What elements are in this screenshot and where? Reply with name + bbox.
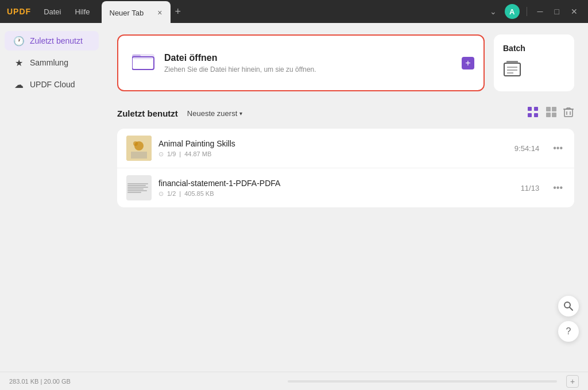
file-info: financial-statement-1-PDFA-PDFA ⊙ 1/2 | … xyxy=(158,179,521,198)
top-cards: Datei öffnen Ziehen Sie die Datei hier h… xyxy=(117,34,574,91)
folder-icon xyxy=(132,50,155,76)
sort-label: Neueste zuerst xyxy=(187,109,237,118)
help-float-button[interactable]: ? xyxy=(558,321,579,342)
svg-rect-16 xyxy=(564,109,572,117)
help-icon: ? xyxy=(566,326,571,337)
recent-title: Zuletzt benutzt xyxy=(117,109,178,118)
svg-point-25 xyxy=(133,141,138,146)
list-view-button[interactable] xyxy=(544,105,558,122)
sidebar-item-collection[interactable]: ★ Sammlung xyxy=(5,53,99,72)
close-button[interactable]: ✕ xyxy=(567,6,581,17)
file-pages: 1/9 xyxy=(167,150,176,157)
minimize-button[interactable]: ─ xyxy=(534,6,547,17)
dropdown-arrow[interactable]: ⌄ xyxy=(486,6,500,17)
file-thumbnail xyxy=(126,175,152,200)
menu-bar: Datei Hilfe xyxy=(38,5,95,18)
svg-rect-12 xyxy=(546,107,551,111)
file-item[interactable]: Animal Painting Skills ⊙ 1/9 | 44.87 MB … xyxy=(117,129,574,168)
tab-neuer[interactable]: Neuer Tab × xyxy=(102,1,171,24)
file-time: 11/13 xyxy=(521,184,540,192)
avatar[interactable]: A xyxy=(505,4,520,19)
app-logo: UPDF xyxy=(0,7,38,16)
star-icon: ★ xyxy=(14,57,24,68)
content-area: Datei öffnen Ziehen Sie die Datei hier h… xyxy=(103,23,588,372)
file-thumbnail xyxy=(126,136,152,161)
file-name: financial-statement-1-PDFA-PDFA xyxy=(158,179,521,188)
svg-rect-9 xyxy=(534,107,538,111)
svg-rect-14 xyxy=(546,113,551,117)
sidebar-item-cloud[interactable]: ☁ UPDF Cloud xyxy=(5,75,99,94)
file-time: 9:54:14 xyxy=(514,144,539,153)
file-more-button[interactable]: ••• xyxy=(551,180,565,195)
recent-section: Zuletzt benutzt Neueste zuerst ▾ xyxy=(117,105,574,207)
maximize-button[interactable]: □ xyxy=(551,6,563,17)
delete-button[interactable] xyxy=(563,106,574,121)
open-file-text: Datei öffnen Ziehen Sie die Datei hier h… xyxy=(164,53,316,74)
storage-text: 283.01 KB | 20.00 GB xyxy=(9,378,278,385)
file-size: 405.85 KB xyxy=(184,190,214,197)
add-button[interactable]: + xyxy=(566,375,579,388)
file-more-button[interactable]: ••• xyxy=(551,141,565,156)
svg-rect-8 xyxy=(528,107,532,111)
main-layout: 🕐 Zuletzt benutzt ★ Sammlung ☁ UPDF Clou… xyxy=(0,23,588,372)
cloud-icon: ☁ xyxy=(14,79,24,90)
recent-header: Zuletzt benutzt Neueste zuerst ▾ xyxy=(117,105,574,122)
separator xyxy=(527,7,527,16)
file-name: Animal Painting Skills xyxy=(158,139,514,148)
clock-icon: 🕐 xyxy=(14,36,24,46)
view-buttons xyxy=(526,105,574,122)
file-info: Animal Painting Skills ⊙ 1/9 | 44.87 MB xyxy=(158,139,514,158)
tab-add-button[interactable]: + xyxy=(171,0,186,23)
svg-rect-11 xyxy=(534,113,538,117)
batch-card[interactable]: Batch xyxy=(494,34,574,91)
sort-button[interactable]: Neueste zuerst ▾ xyxy=(187,109,242,118)
sidebar-label-recent: Zuletzt benutzt xyxy=(30,36,83,45)
progress-bar xyxy=(288,380,557,383)
svg-rect-15 xyxy=(552,113,556,117)
open-file-card[interactable]: Datei öffnen Ziehen Sie die Datei hier h… xyxy=(117,34,485,91)
search-float-button[interactable] xyxy=(558,296,579,316)
menu-hilfe[interactable]: Hilfe xyxy=(69,5,95,18)
file-item[interactable]: financial-statement-1-PDFA-PDFA ⊙ 1/2 | … xyxy=(117,168,574,207)
svg-rect-10 xyxy=(528,113,532,117)
svg-rect-26 xyxy=(131,152,147,159)
sidebar-label-cloud: UPDF Cloud xyxy=(30,80,75,89)
file-pages: 1/2 xyxy=(167,190,176,197)
tab-bar: Neuer Tab × + xyxy=(102,0,186,23)
svg-rect-3 xyxy=(504,63,520,76)
page-icon: ⊙ xyxy=(158,190,164,198)
float-buttons: ? xyxy=(558,296,579,342)
svg-line-28 xyxy=(570,307,572,310)
menu-datei[interactable]: Datei xyxy=(38,5,67,18)
titlebar-right: ⌄ A ─ □ ✕ xyxy=(486,4,588,19)
open-file-plus-button[interactable]: + xyxy=(462,57,474,69)
sort-arrow-icon: ▾ xyxy=(239,110,242,117)
batch-icon xyxy=(503,60,521,82)
tab-close-button[interactable]: × xyxy=(157,8,162,17)
svg-rect-13 xyxy=(552,107,556,111)
grid-view-button[interactable] xyxy=(526,105,540,122)
open-file-subtitle: Ziehen Sie die Datei hier hinein, um sie… xyxy=(164,65,316,74)
sidebar-item-recent[interactable]: 🕐 Zuletzt benutzt xyxy=(5,31,99,51)
svg-rect-4 xyxy=(506,61,518,63)
file-size: 44.87 MB xyxy=(184,150,211,157)
page-icon: ⊙ xyxy=(158,150,164,158)
sidebar: 🕐 Zuletzt benutzt ★ Sammlung ☁ UPDF Clou… xyxy=(0,23,103,372)
batch-title: Batch xyxy=(503,44,525,53)
open-file-title: Datei öffnen xyxy=(164,53,316,63)
sidebar-label-collection: Sammlung xyxy=(30,58,68,67)
statusbar: 283.01 KB | 20.00 GB + xyxy=(0,372,588,390)
file-list: Animal Painting Skills ⊙ 1/9 | 44.87 MB … xyxy=(117,129,574,207)
file-meta: ⊙ 1/2 | 405.85 KB xyxy=(158,190,521,198)
svg-rect-2 xyxy=(133,58,153,59)
tab-label: Neuer Tab xyxy=(110,9,144,17)
file-meta: ⊙ 1/9 | 44.87 MB xyxy=(158,150,514,158)
titlebar: UPDF Datei Hilfe Neuer Tab × + ⌄ A ─ □ ✕ xyxy=(0,0,588,23)
